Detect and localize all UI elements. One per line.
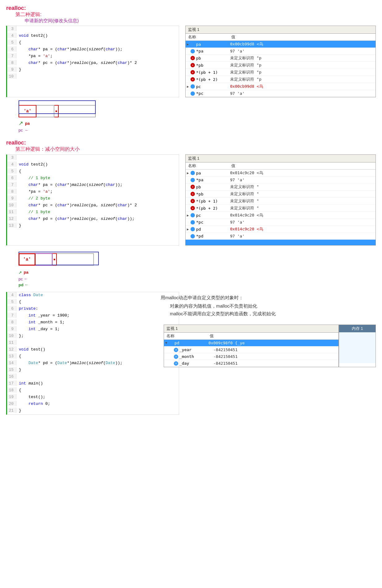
mem2-pc-row: pc ← bbox=[19, 276, 363, 281]
code-line: 4 class Date bbox=[7, 292, 179, 299]
var-icon: a bbox=[174, 355, 178, 359]
code-line: 7 int _year = 1900; bbox=[7, 313, 179, 319]
var-name: pa bbox=[196, 42, 230, 47]
code-line: 3 bbox=[7, 26, 179, 33]
jiashi-title: 监视 1 bbox=[164, 325, 338, 333]
var-name: *pb bbox=[196, 192, 230, 196]
col-name: 名称 bbox=[188, 34, 231, 40]
var-name: pb bbox=[196, 185, 230, 189]
code-line: 11 bbox=[7, 340, 179, 346]
monitor-row: ✕ *pb 未定义标识符 " bbox=[186, 191, 376, 198]
var-value: 97 'a' bbox=[230, 220, 245, 225]
var-name: pc bbox=[196, 84, 230, 89]
var-name: pa bbox=[196, 171, 230, 175]
section3-desc: 用malloc动态申请自定义类型的对象时： 对象的内容为随机值，malloc不负… bbox=[161, 292, 376, 321]
code-line: 5 { bbox=[7, 299, 179, 306]
monitor-row: ✕ *(pb + 2) 未定义标识符 "p bbox=[186, 76, 376, 83]
desc1: 用malloc动态申请自定义类型的对象时： bbox=[161, 295, 376, 301]
section3-code: 4 class Date 5 { 6 private: 7 int _year … bbox=[6, 292, 179, 415]
var-name: *pa bbox=[196, 49, 230, 53]
expand-icon: ▶ bbox=[187, 85, 191, 89]
monitor-row: ▶ pa 0x00cb99d8 <乌 bbox=[186, 41, 376, 48]
var-icon: ✕ bbox=[191, 77, 195, 82]
section1-code: 3 4 void test2() 5 { 6 char* pa = (char*… bbox=[6, 26, 179, 97]
monitor-row: *pd 97 'a' bbox=[186, 233, 376, 240]
var-value: 0x00cb99d8 <乌 bbox=[230, 84, 263, 89]
section1-mem-diagram: 'a' ■ ↗ pa pc ← bbox=[0, 100, 382, 134]
code-line: 13 { bbox=[7, 353, 179, 360]
code-line: 8 char* pc = (char*)realloc(pa, sizeof(c… bbox=[7, 60, 179, 67]
var-icon: ✕ bbox=[191, 185, 195, 189]
code-line: 6 char* pa = (char*)malloc(sizeof(char))… bbox=[7, 46, 179, 53]
section1-realloc-title: realloc: bbox=[6, 5, 376, 11]
var-icon bbox=[191, 178, 195, 182]
code-line: 16 bbox=[7, 374, 179, 380]
var-value: 0x014c9c20 <乌 bbox=[230, 212, 263, 218]
var-value: 未定义标识符 "p bbox=[230, 62, 261, 68]
var-name: *pc bbox=[196, 220, 230, 225]
code-line: 9 // 2 byte bbox=[7, 195, 179, 202]
mem2-dot: ■ bbox=[52, 253, 57, 266]
var-value: 未定义标识符 " bbox=[230, 205, 259, 211]
monitor-title: 监视 1 bbox=[186, 26, 376, 34]
var-icon bbox=[191, 227, 195, 231]
col-val: 值 bbox=[231, 34, 235, 40]
var-name: *(pb + 1) bbox=[196, 70, 230, 75]
code-line: 19 test(); bbox=[7, 394, 179, 401]
var-icon bbox=[191, 234, 195, 238]
var-value: 97 'a' bbox=[230, 49, 245, 53]
var-icon bbox=[191, 171, 195, 175]
var-value: -842150451 bbox=[213, 354, 237, 359]
var-value: 未定义标识符 "p bbox=[230, 77, 261, 82]
var-name: *(pb + 2) bbox=[196, 77, 230, 82]
monitor-row: ✕ *(pb + 1) 未定义标识符 " bbox=[186, 198, 376, 205]
neicun-title: 内存 1 bbox=[339, 325, 376, 332]
var-icon: a bbox=[174, 361, 178, 366]
var-name: _year bbox=[179, 347, 213, 352]
var-value: 0x009c98f0 {_ye bbox=[208, 341, 245, 345]
monitor-header: 名称 值 bbox=[164, 333, 338, 340]
col-val: 值 bbox=[210, 333, 214, 339]
mem-box-empty bbox=[36, 105, 54, 117]
section1-logic-desc: 申请新的空间(修改头信息) bbox=[6, 18, 376, 24]
var-value: 未定义标识符 " bbox=[230, 184, 259, 190]
var-icon bbox=[191, 91, 195, 96]
mem2-pc-label: pc bbox=[19, 277, 23, 281]
section1-header: realloc: 第二种逻辑: 申请新的空间(修改头信息) bbox=[0, 3, 382, 26]
code-line: 14 Date* pd = (Date*)malloc(sizeof(Date)… bbox=[7, 360, 179, 367]
var-icon: ✕ bbox=[191, 206, 195, 210]
page-container: realloc: 第二种逻辑: 申请新的空间(修改头信息) 3 4 void t… bbox=[0, 0, 382, 418]
monitor-row: *pa 97 'a' bbox=[186, 48, 376, 55]
section2-monitor: 监视 1 名称 值 ▶ pa 0x014c9c20 <乌 *pa 97 'a' … bbox=[185, 154, 376, 246]
col-name: 名称 bbox=[188, 163, 231, 169]
monitor-row: a _day -842150451 bbox=[164, 360, 338, 367]
expand-icon: ▶ bbox=[187, 213, 191, 217]
code-line: 10 char* pc = (char*)realloc(pa, sizeof(… bbox=[7, 202, 179, 209]
code-line: 6 private: bbox=[7, 306, 179, 313]
monitor-row: ✕ *(pb + 2) 未定义标识符 " bbox=[186, 205, 376, 212]
var-value: 未定义标识符 " bbox=[230, 198, 259, 204]
var-icon bbox=[191, 84, 195, 89]
code-line: 3 bbox=[7, 155, 179, 162]
code-line: 8 *pa = 'a'; bbox=[7, 189, 179, 195]
var-value: -842150451 bbox=[213, 361, 237, 366]
var-value: 97 'a' bbox=[230, 91, 245, 96]
var-icon: ✕ bbox=[191, 199, 195, 203]
var-value: 0x014c9c20 <乌 bbox=[230, 170, 263, 176]
section2-code: 3 4 void test2() 5 { 6 // 1 byte 7 char*… bbox=[6, 154, 179, 246]
col-val: 值 bbox=[231, 163, 235, 169]
var-value: 0x014c9c20 <乌 bbox=[230, 226, 263, 232]
mem2-pd-row: pd ← bbox=[19, 282, 363, 287]
expand-icon: ▼ bbox=[165, 341, 169, 345]
mem2-box-ext bbox=[57, 253, 94, 266]
var-value: 未定义标识符 "p bbox=[230, 55, 261, 61]
code-line: 5 { bbox=[7, 168, 179, 175]
pc-label: pc bbox=[19, 128, 23, 132]
section2-split: 3 4 void test2() 5 { 6 // 1 byte 7 char*… bbox=[0, 154, 382, 246]
code-line: 20 return 0; bbox=[7, 401, 179, 408]
code-line: 7 *pa = 'a'; bbox=[7, 53, 179, 60]
monitor-row: ✕ *pb 未定义标识符 "p bbox=[186, 62, 376, 69]
var-name: *pc bbox=[196, 91, 230, 96]
code-line: 8 int _month = 1; bbox=[7, 319, 179, 326]
monitor-row: ▼ pd 0x009c98f0 {_ye bbox=[164, 340, 338, 346]
